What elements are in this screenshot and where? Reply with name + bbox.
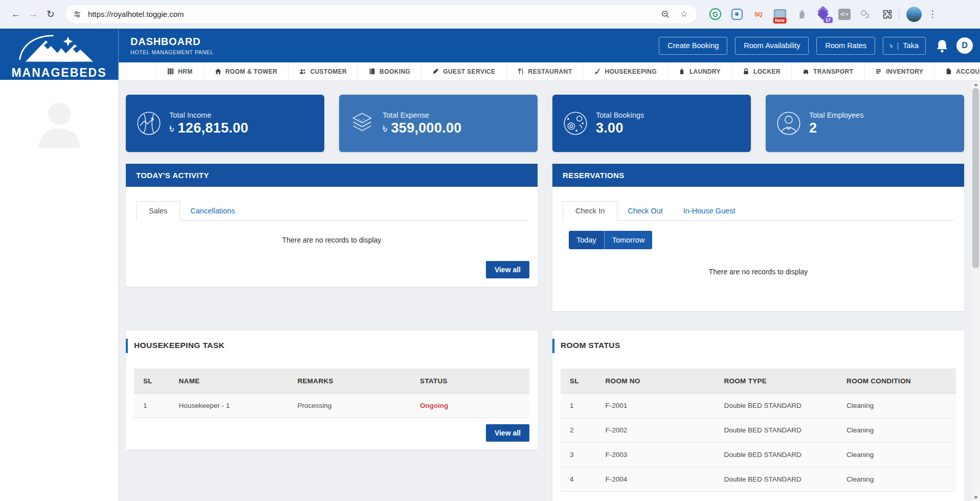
housekeeping-table: SL NAME REMARKS STATUS 1 Housekeeper - 1… [134,368,529,418]
page-scrollbar[interactable] [971,81,980,501]
stat-card-total-expense[interactable]: Total Expense ৳359,000.00 [339,95,538,152]
table-row[interactable]: 3 F-2003 Double BED STANDARD Cleaning [561,443,956,467]
url-text[interactable]: https://royalhotel.toggie.com [88,10,653,18]
reservations-panel: RESERVATIONS Check In Check Out In-House… [552,164,964,311]
stat-card-total-employees[interactable]: Total Employees 2 [766,95,964,152]
tomorrow-button[interactable]: Tomorrow [604,231,653,249]
reservations-header: RESERVATIONS [552,164,964,187]
scrollbar-thumb[interactable] [972,88,979,268]
table-header: SL NAME REMARKS STATUS [134,368,529,394]
toolbar-divider [899,9,899,20]
dot-extension-icon[interactable] [730,8,743,20]
stat-label: Total Employees [809,111,863,119]
stat-label: Total Income [169,111,249,119]
room-status-table: SL ROOM NO ROOM TYPE ROOM CONDITION 1 F-… [561,368,956,492]
nav-item-housekeeping[interactable]: HOUSEKEEPING [583,62,667,80]
stat-label: Total Expense [383,111,462,119]
todays-activity-header: TODAY'S ACTIVITY [126,164,538,187]
stat-label: Total Bookings [596,111,644,119]
grid-icon [167,68,174,75]
stat-card-total-income[interactable]: Total Income ৳126,815.00 [126,95,324,152]
page-title-block: DASHBOARD HOTEL MANAGEMENT PANEL [130,36,213,55]
table-row[interactable]: 2 F-2002 Double BED STANDARD Cleaning [561,418,956,443]
nav-item-room-tower[interactable]: ROOM & TOWER [204,62,288,80]
header-actions: Create Booking Room Availability Room Ra… [659,37,973,55]
book-icon [369,68,375,75]
browser-menu-icon[interactable]: ⋮ [926,7,939,22]
new-badge: New [773,17,787,24]
stat-card-total-bookings[interactable]: Total Bookings 3.00 [552,95,751,152]
nav-item-guest-service[interactable]: GUEST SERVICE [421,62,506,80]
planet-gear-icon [563,111,588,136]
detergent-icon [679,68,685,75]
stat-value: 3.00 [596,120,644,136]
tab-cancellations[interactable]: Cancellations [180,202,245,220]
nav-item-laundry[interactable]: LAUNDRY [667,62,731,80]
create-booking-button[interactable]: Create Booking [659,37,727,55]
nav-item-inventory[interactable]: INVENTORY [864,62,934,80]
nav-item-hrm[interactable]: HRM [156,62,204,80]
scroll-down-arrow[interactable] [971,494,980,501]
table-row[interactable]: 1 F-2001 Double BED STANDARD Cleaning [561,394,956,418]
forward-icon[interactable]: → [25,6,42,23]
left-sidebar [0,81,119,501]
view-all-activity-button[interactable]: View all [486,261,529,278]
tab-in-house-guest[interactable]: In-House Guest [673,202,746,220]
hand-extension-icon[interactable] [795,8,808,20]
managebeds-logo[interactable]: MANAGEBEDS [0,29,119,81]
stack-extension-icon[interactable]: 17 [816,8,829,20]
extensions-puzzle-icon[interactable] [881,8,894,20]
stat-value: ৳359,000.00 [383,120,462,136]
nav-item-locker[interactable]: LOCKER [731,62,791,80]
blob-extension-icon[interactable] [859,8,872,20]
room-status-panel: ROOM STATUS SL ROOM NO ROOM TYPE ROOM CO… [552,331,964,501]
nav-item-booking[interactable]: BOOKING [358,62,421,80]
empty-records-text: There are no records to display [126,236,538,244]
tab-check-out[interactable]: Check Out [617,202,673,220]
notification-bell-icon[interactable] [936,39,949,52]
chip-separator: | [897,41,899,50]
count-badge: 17 [823,17,833,23]
currency-chip[interactable]: ৳ | Taka [883,37,926,55]
nav-item-transport[interactable]: TRANSPORT [791,62,864,80]
room-availability-button[interactable]: Room Availability [735,37,809,55]
reservations-tabs: Check In Check Out In-House Guest [563,201,954,221]
reload-icon[interactable]: ↻ [42,6,59,23]
main-nav: HRM ROOM & TOWER CUSTOMER BOOKING GUEST … [0,62,980,81]
nav-item-customer[interactable]: CUSTOMER [288,62,358,80]
browser-profile-avatar[interactable] [906,7,922,22]
tab-check-in[interactable]: Check In [563,201,617,221]
today-button[interactable]: Today [569,231,604,249]
table-row[interactable]: 4 F-2004 Double BED STANDARD Cleaning [561,467,956,492]
site-settings-icon[interactable] [73,10,82,19]
home-icon [215,68,221,75]
extensions-row: G SQ New 17 </ > [709,8,894,20]
table-row[interactable]: 1 Housekeeper - 1 Processing Ongoing [134,394,529,418]
lock-icon [743,68,749,75]
nav-item-accounts[interactable]: ACCOUNTS [934,62,980,80]
logo-text: MANAGEBEDS [11,67,106,79]
zoom-out-icon[interactable] [660,9,671,20]
app-header: MANAGEBEDS DASHBOARD HOTEL MANAGEMENT PA… [0,29,980,62]
room-rates-button[interactable]: Room Rates [816,37,875,55]
housekeeping-panel: HOUSEKEEPING TASK SL NAME REMARKS STATUS… [126,331,538,450]
code-extension-icon[interactable]: </ > [838,8,851,20]
layers-icon [349,111,375,136]
scroll-up-arrow[interactable] [971,81,980,88]
back-icon[interactable]: ← [7,6,25,23]
housekeeping-title: HOUSEKEEPING TASK [126,331,538,350]
todays-activity-tabs: Sales Cancellations [136,201,527,221]
address-bar[interactable]: https://royalhotel.toggie.com ☆ [65,5,697,24]
user-avatar[interactable]: D [956,37,973,54]
screen-extension-icon[interactable]: New [773,8,786,20]
tab-sales[interactable]: Sales [136,201,180,221]
view-all-housekeeping-button[interactable]: View all [486,424,529,442]
stat-value: ৳126,815.00 [169,120,249,136]
bookmark-star-icon[interactable]: ☆ [678,9,689,20]
grammarly-extension-icon[interactable]: G [709,8,722,20]
screen: ← → ↻ https://royalhotel.toggie.com ☆ G … [0,0,980,501]
nav-item-restaurant[interactable]: RESTAURANT [506,62,583,80]
room-status-title: ROOM STATUS [552,331,964,350]
sq-extension-icon[interactable]: SQ [752,8,765,20]
stack-icon [875,68,882,75]
